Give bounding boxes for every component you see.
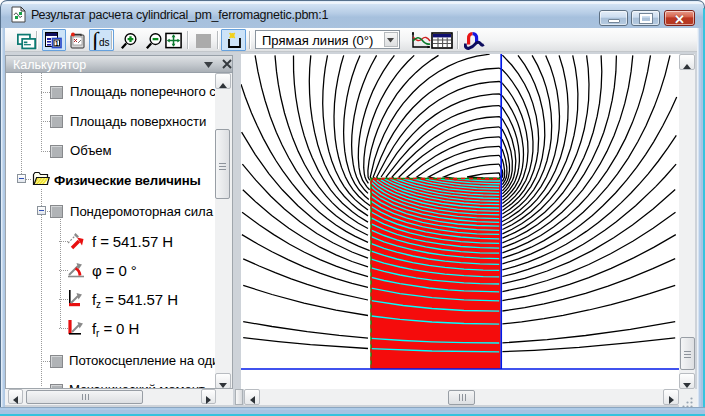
svg-text:1: 1 (55, 40, 59, 47)
svg-text:ds: ds (99, 37, 110, 48)
